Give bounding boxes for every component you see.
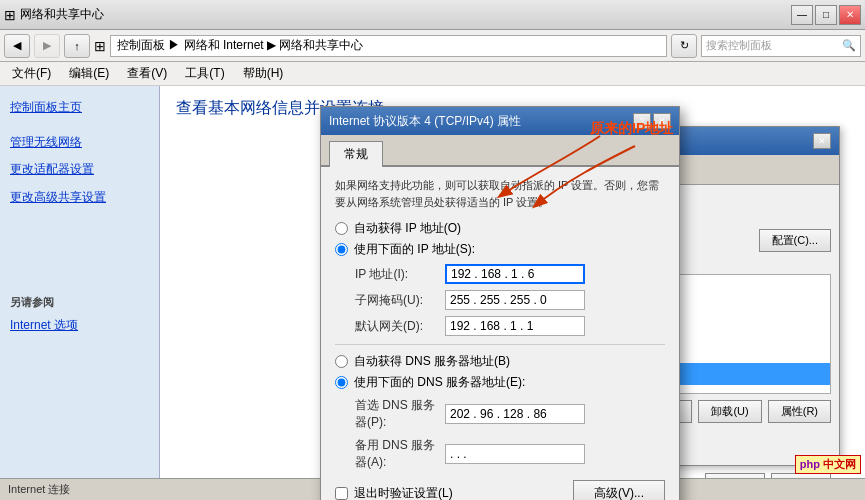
address-bar: ◀ ▶ ↑ ⊞ 控制面板 ▶ 网络和 Internet ▶ 网络和共享中心 ↻ … [0,30,865,62]
gateway-label: 默认网关(D): [355,318,445,335]
primary-dns-input[interactable]: 202 . 96 . 128 . 86 [445,404,585,424]
status-text: Internet 连接 [8,482,70,497]
divider [335,344,665,345]
chinese-text: 中文网 [823,458,856,470]
close-button[interactable]: ✕ [839,5,861,25]
subnet-input[interactable]: 255 . 255 . 255 . 0 [445,290,585,310]
title-bar-controls: — □ ✕ [791,5,861,25]
subnet-label: 子网掩码(U): [355,292,445,309]
tcpip-title-text: Internet 协议版本 4 (TCP/IPv4) 属性 [329,113,521,130]
tcpip-dialog: Internet 协议版本 4 (TCP/IPv4) 属性 ? ✕ 常规 如果网… [320,106,680,500]
tcpip-tabs: 常规 [321,135,679,167]
menu-edit[interactable]: 编辑(E) [61,63,117,84]
sidebar-home[interactable]: 控制面板主页 [0,94,159,121]
up-button[interactable]: ↑ [64,34,90,58]
title-bar-left: ⊞ 网络和共享中心 [4,6,104,23]
menu-tools[interactable]: 工具(T) [177,63,232,84]
php-watermark: php 中文网 [795,455,861,474]
sidebar-footer-label: 另请参阅 [0,291,159,312]
validate-checkbox[interactable] [335,487,348,500]
ip-radio-group: 自动获得 IP 地址(O) 使用下面的 IP 地址(S): [335,220,665,258]
back-button[interactable]: ◀ [4,34,30,58]
ip-field-row: IP 地址(I): 192 . 168 . 1 . 6 [335,264,665,284]
ip-label: IP 地址(I): [355,266,445,283]
alternate-dns-row: 备用 DNS 服务器(A): . . . [335,437,665,471]
auto-dns-row: 自动获得 DNS 服务器地址(B) [335,353,665,370]
advanced-button[interactable]: 高级(V)... [573,480,665,500]
php-text: php [800,458,820,470]
menu-help[interactable]: 帮助(H) [235,63,292,84]
validate-checkbox-row: 退出时验证设置(L) [335,485,453,500]
breadcrumb-text: 控制面板 ▶ 网络和 Internet ▶ 网络和共享中心 [117,37,363,54]
auto-ip-row: 自动获得 IP 地址(O) [335,220,665,237]
manual-ip-radio[interactable] [335,243,348,256]
subnet-field-row: 子网掩码(U): 255 . 255 . 255 . 0 [335,290,665,310]
refresh-button[interactable]: ↻ [671,34,697,58]
menu-file[interactable]: 文件(F) [4,63,59,84]
search-box[interactable]: 搜索控制面板 🔍 [701,35,861,57]
primary-dns-label: 首选 DNS 服务器(P): [355,397,445,431]
tcpip-body: 如果网络支持此功能，则可以获取自动指派的 IP 设置。否则，您需要从网络系统管理… [321,167,679,500]
primary-dns-row: 首选 DNS 服务器(P): 202 . 96 . 128 . 86 [335,397,665,431]
manual-dns-radio[interactable] [335,376,348,389]
sidebar-adapter[interactable]: 更改适配器设置 [0,156,159,183]
sidebar: 控制面板主页 管理无线网络 更改适配器设置 更改高级共享设置 另请参阅 Inte… [0,86,160,500]
validate-label: 退出时验证设置(L) [354,485,453,500]
ip-input[interactable]: 192 . 168 . 1 . 6 [445,264,585,284]
gateway-input[interactable]: 192 . 168 . 1 . 1 [445,316,585,336]
search-icon: 🔍 [842,39,856,52]
tcpip-info-text: 如果网络支持此功能，则可以获取自动指派的 IP 设置。否则，您需要从网络系统管理… [335,177,665,210]
alternate-dns-label: 备用 DNS 服务器(A): [355,437,445,471]
sidebar-internet-options[interactable]: Internet 选项 [0,312,159,339]
manual-ip-label: 使用下面的 IP 地址(S): [354,241,475,258]
adapter-dialog-controls: ✕ [813,133,831,149]
auto-dns-label: 自动获得 DNS 服务器地址(B) [354,353,510,370]
config-button[interactable]: 配置(C)... [759,229,831,252]
sidebar-wireless[interactable]: 管理无线网络 [0,129,159,156]
auto-dns-radio[interactable] [335,355,348,368]
menu-bar: 文件(F) 编辑(E) 查看(V) 工具(T) 帮助(H) [0,62,865,86]
tcpip-tab-general[interactable]: 常规 [329,141,383,167]
tcpip-close-button[interactable]: ✕ [653,113,671,129]
start-icon: ⊞ [94,38,106,54]
content-area: 查看基本网络信息并设置连接 本地连接 属性 ✕ 常规 网络 共享 📶 amily… [160,86,865,500]
breadcrumb[interactable]: 控制面板 ▶ 网络和 Internet ▶ 网络和共享中心 [110,35,667,57]
maximize-button[interactable]: □ [815,5,837,25]
adapter-close-button[interactable]: ✕ [813,133,831,149]
manual-dns-row: 使用下面的 DNS 服务器地址(E): [335,374,665,391]
window-title: 网络和共享中心 [20,6,104,23]
auto-ip-label: 自动获得 IP 地址(O) [354,220,461,237]
props-button[interactable]: 属性(R) [768,400,831,423]
alternate-dns-input[interactable]: . . . [445,444,585,464]
app-icon: ⊞ [4,7,16,23]
title-bar: ⊞ 网络和共享中心 — □ ✕ [0,0,865,30]
search-placeholder: 搜索控制面板 [706,38,772,53]
tcpip-title: Internet 协议版本 4 (TCP/IPv4) 属性 ? ✕ [321,107,679,135]
tcpip-help-button[interactable]: ? [633,113,651,129]
manual-ip-row: 使用下面的 IP 地址(S): [335,241,665,258]
forward-button[interactable]: ▶ [34,34,60,58]
tcpip-controls: ? ✕ [633,113,671,129]
main-area: 控制面板主页 管理无线网络 更改适配器设置 更改高级共享设置 另请参阅 Inte… [0,86,865,500]
uninstall-button[interactable]: 卸载(U) [698,400,761,423]
auto-ip-radio[interactable] [335,222,348,235]
sidebar-sharing[interactable]: 更改高级共享设置 [0,184,159,211]
minimize-button[interactable]: — [791,5,813,25]
manual-dns-label: 使用下面的 DNS 服务器地址(E): [354,374,525,391]
menu-view[interactable]: 查看(V) [119,63,175,84]
gateway-field-row: 默认网关(D): 192 . 168 . 1 . 1 [335,316,665,336]
dns-radio-group: 自动获得 DNS 服务器地址(B) 使用下面的 DNS 服务器地址(E): [335,353,665,391]
